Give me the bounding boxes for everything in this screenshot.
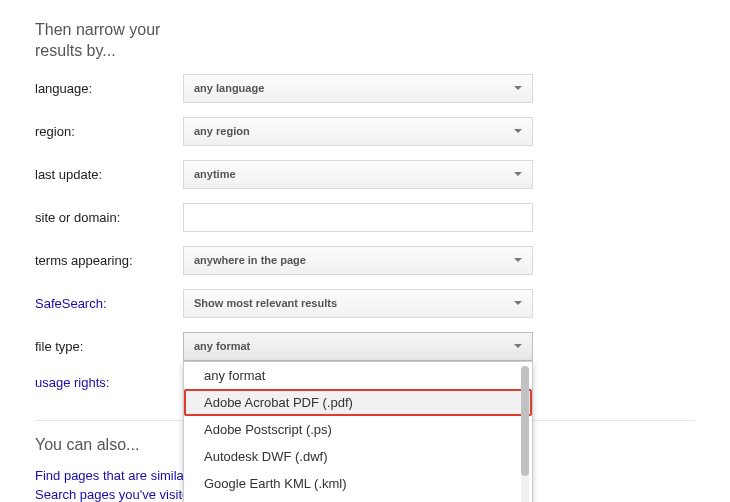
site-domain-label: site or domain: xyxy=(35,210,183,225)
region-select-value: any region xyxy=(194,125,250,137)
safesearch-select-value: Show most relevant results xyxy=(194,297,337,309)
language-label: language: xyxy=(35,81,183,96)
terms-appearing-select[interactable]: anywhere in the page xyxy=(183,246,533,275)
safesearch-label[interactable]: SafeSearch: xyxy=(35,296,183,311)
terms-appearing-label: terms appearing: xyxy=(35,253,183,268)
usage-rights-label[interactable]: usage rights: xyxy=(35,375,183,390)
language-select-value: any language xyxy=(194,82,264,94)
file-type-option[interactable]: any format xyxy=(184,362,532,389)
file-type-select[interactable]: any format xyxy=(183,332,533,361)
file-type-label: file type: xyxy=(35,339,183,354)
terms-appearing-select-value: anywhere in the page xyxy=(194,254,306,266)
file-type-option[interactable]: Autodesk DWF (.dwf) xyxy=(184,443,532,470)
last-update-select[interactable]: anytime xyxy=(183,160,533,189)
region-label: region: xyxy=(35,124,183,139)
file-type-option[interactable]: Google Earth KMZ (.kmz) xyxy=(184,497,532,502)
site-domain-input[interactable] xyxy=(183,203,533,232)
caret-down-icon xyxy=(514,344,522,348)
narrow-results-heading: Then narrow your results by... xyxy=(35,20,175,62)
last-update-label: last update: xyxy=(35,167,183,182)
scrollbar[interactable] xyxy=(521,366,529,502)
region-select[interactable]: any region xyxy=(183,117,533,146)
caret-down-icon xyxy=(514,172,522,176)
safesearch-select[interactable]: Show most relevant results xyxy=(183,289,533,318)
caret-down-icon xyxy=(514,129,522,133)
caret-down-icon xyxy=(514,86,522,90)
language-select[interactable]: any language xyxy=(183,74,533,103)
file-type-option[interactable]: Adobe Postscript (.ps) xyxy=(184,416,532,443)
last-update-select-value: anytime xyxy=(194,168,236,180)
file-type-option[interactable]: Google Earth KML (.kml) xyxy=(184,470,532,497)
caret-down-icon xyxy=(514,301,522,305)
file-type-select-value: any format xyxy=(194,340,250,352)
file-type-dropdown: any formatAdobe Acrobat PDF (.pdf)Adobe … xyxy=(183,361,533,502)
file-type-option[interactable]: Adobe Acrobat PDF (.pdf) xyxy=(184,389,532,416)
caret-down-icon xyxy=(514,258,522,262)
scrollbar-thumb[interactable] xyxy=(521,366,529,476)
